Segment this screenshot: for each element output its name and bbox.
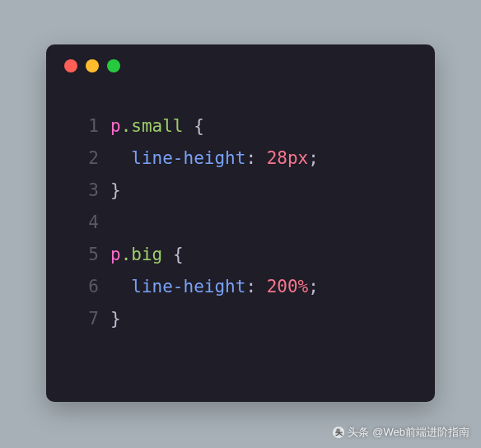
line-number: 4	[71, 207, 99, 239]
code-token: {	[194, 116, 204, 136]
minimize-icon	[86, 59, 99, 72]
watermark-icon: 头	[333, 427, 344, 438]
code-line: 4	[71, 207, 410, 239]
line-content: p.big {	[110, 239, 184, 271]
close-icon	[64, 59, 77, 72]
line-content: p.small {	[110, 110, 204, 142]
code-line: 7}	[71, 303, 410, 335]
code-token: 28px	[267, 148, 309, 168]
watermark-prefix: 头条	[348, 425, 369, 440]
code-token: :	[245, 148, 266, 168]
line-content: line-height: 28px;	[110, 142, 319, 175]
line-number: 2	[71, 142, 99, 175]
window-titlebar	[46, 44, 435, 77]
watermark-text: @Web前端进阶指南	[372, 425, 469, 440]
line-number: 5	[71, 239, 99, 271]
code-token: line-height	[131, 277, 245, 296]
code-token: line-height	[131, 148, 245, 168]
code-token	[110, 148, 131, 168]
code-token	[162, 245, 173, 264]
code-token: .small	[121, 116, 184, 136]
line-content: line-height: 200%;	[110, 271, 319, 303]
code-token: ;	[308, 148, 319, 168]
code-line: 2 line-height: 28px;	[71, 142, 410, 175]
code-token: .big	[121, 245, 163, 264]
code-line: 3}	[71, 175, 410, 207]
code-line: 1p.small {	[71, 110, 410, 142]
line-number: 3	[71, 175, 99, 207]
maximize-icon	[107, 59, 120, 72]
code-token: }	[110, 309, 121, 329]
code-token	[110, 277, 131, 296]
line-number: 6	[71, 271, 99, 303]
code-window: 1p.small {2 line-height: 28px;3}45p.big …	[46, 44, 435, 402]
code-line: 6 line-height: 200%;	[71, 271, 410, 303]
code-token: 200%	[267, 277, 309, 296]
code-token: :	[245, 277, 266, 296]
line-number: 7	[71, 303, 99, 335]
code-token: p	[110, 116, 121, 136]
code-token: ;	[308, 277, 319, 296]
line-content: }	[110, 303, 121, 335]
code-line: 5p.big {	[71, 239, 410, 271]
code-token: {	[173, 245, 184, 264]
code-token	[184, 116, 194, 136]
code-token: p	[110, 245, 121, 264]
watermark: 头 头条 @Web前端进阶指南	[333, 425, 469, 440]
code-token: }	[110, 180, 121, 200]
line-number: 1	[71, 110, 99, 142]
line-content: }	[110, 175, 121, 207]
code-block: 1p.small {2 line-height: 28px;3}45p.big …	[46, 77, 435, 335]
